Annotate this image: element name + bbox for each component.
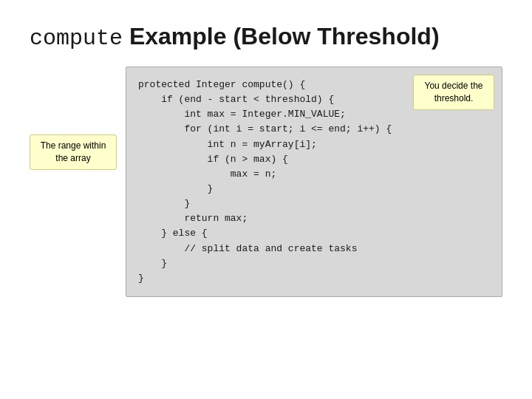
title-code: compute	[30, 26, 123, 51]
callout-right: You decide the threshold.	[413, 75, 494, 110]
page: compute Example (Below Threshold) You de…	[0, 0, 532, 399]
code-wrapper: You decide the threshold. protected Inte…	[126, 66, 502, 297]
code-box: You decide the threshold. protected Inte…	[126, 66, 502, 297]
title-text: Example (Below Threshold)	[123, 23, 440, 50]
page-title: compute Example (Below Threshold)	[30, 22, 502, 52]
callout-left: The range within the array	[30, 134, 117, 170]
